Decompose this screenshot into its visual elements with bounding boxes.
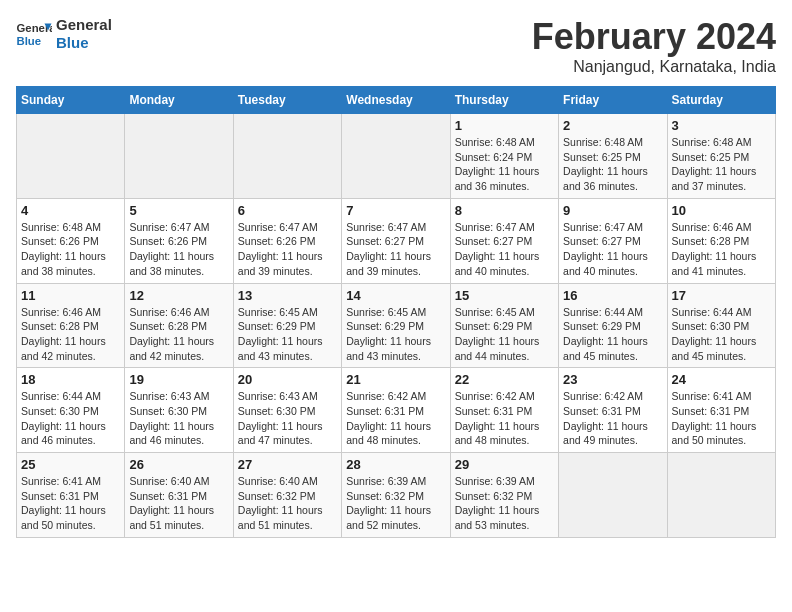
calendar-cell: 17Sunrise: 6:44 AM Sunset: 6:30 PM Dayli… [667, 283, 775, 368]
calendar-cell: 21Sunrise: 6:42 AM Sunset: 6:31 PM Dayli… [342, 368, 450, 453]
calendar-cell: 20Sunrise: 6:43 AM Sunset: 6:30 PM Dayli… [233, 368, 341, 453]
day-info: Sunrise: 6:48 AM Sunset: 6:25 PM Dayligh… [563, 135, 662, 194]
day-number: 24 [672, 372, 771, 387]
month-year-title: February 2024 [532, 16, 776, 58]
day-number: 26 [129, 457, 228, 472]
day-info: Sunrise: 6:46 AM Sunset: 6:28 PM Dayligh… [21, 305, 120, 364]
day-number: 15 [455, 288, 554, 303]
day-info: Sunrise: 6:48 AM Sunset: 6:24 PM Dayligh… [455, 135, 554, 194]
day-number: 23 [563, 372, 662, 387]
calendar-body: 1Sunrise: 6:48 AM Sunset: 6:24 PM Daylig… [17, 114, 776, 538]
day-number: 13 [238, 288, 337, 303]
calendar-cell: 22Sunrise: 6:42 AM Sunset: 6:31 PM Dayli… [450, 368, 558, 453]
calendar-cell: 2Sunrise: 6:48 AM Sunset: 6:25 PM Daylig… [559, 114, 667, 199]
day-number: 10 [672, 203, 771, 218]
day-number: 27 [238, 457, 337, 472]
calendar-cell: 7Sunrise: 6:47 AM Sunset: 6:27 PM Daylig… [342, 198, 450, 283]
day-info: Sunrise: 6:47 AM Sunset: 6:26 PM Dayligh… [238, 220, 337, 279]
day-number: 2 [563, 118, 662, 133]
day-info: Sunrise: 6:47 AM Sunset: 6:27 PM Dayligh… [346, 220, 445, 279]
day-info: Sunrise: 6:41 AM Sunset: 6:31 PM Dayligh… [672, 389, 771, 448]
calendar-header-row: SundayMondayTuesdayWednesdayThursdayFrid… [17, 87, 776, 114]
day-number: 28 [346, 457, 445, 472]
day-number: 11 [21, 288, 120, 303]
calendar-cell [17, 114, 125, 199]
day-number: 4 [21, 203, 120, 218]
calendar-cell: 19Sunrise: 6:43 AM Sunset: 6:30 PM Dayli… [125, 368, 233, 453]
calendar-cell: 29Sunrise: 6:39 AM Sunset: 6:32 PM Dayli… [450, 453, 558, 538]
calendar-cell [342, 114, 450, 199]
calendar-cell: 14Sunrise: 6:45 AM Sunset: 6:29 PM Dayli… [342, 283, 450, 368]
day-info: Sunrise: 6:42 AM Sunset: 6:31 PM Dayligh… [563, 389, 662, 448]
day-number: 6 [238, 203, 337, 218]
calendar-cell: 24Sunrise: 6:41 AM Sunset: 6:31 PM Dayli… [667, 368, 775, 453]
logo-general: General [56, 16, 112, 34]
calendar-week-row: 25Sunrise: 6:41 AM Sunset: 6:31 PM Dayli… [17, 453, 776, 538]
calendar-cell: 3Sunrise: 6:48 AM Sunset: 6:25 PM Daylig… [667, 114, 775, 199]
calendar-week-row: 4Sunrise: 6:48 AM Sunset: 6:26 PM Daylig… [17, 198, 776, 283]
day-info: Sunrise: 6:46 AM Sunset: 6:28 PM Dayligh… [129, 305, 228, 364]
day-number: 5 [129, 203, 228, 218]
calendar-cell [559, 453, 667, 538]
day-number: 20 [238, 372, 337, 387]
day-info: Sunrise: 6:45 AM Sunset: 6:29 PM Dayligh… [238, 305, 337, 364]
day-number: 9 [563, 203, 662, 218]
logo-blue: Blue [56, 34, 112, 52]
calendar-cell: 18Sunrise: 6:44 AM Sunset: 6:30 PM Dayli… [17, 368, 125, 453]
day-info: Sunrise: 6:46 AM Sunset: 6:28 PM Dayligh… [672, 220, 771, 279]
calendar-cell: 26Sunrise: 6:40 AM Sunset: 6:31 PM Dayli… [125, 453, 233, 538]
page-header: General Blue General Blue February 2024 … [16, 16, 776, 76]
day-number: 8 [455, 203, 554, 218]
calendar-cell: 4Sunrise: 6:48 AM Sunset: 6:26 PM Daylig… [17, 198, 125, 283]
day-info: Sunrise: 6:47 AM Sunset: 6:27 PM Dayligh… [455, 220, 554, 279]
calendar-week-row: 1Sunrise: 6:48 AM Sunset: 6:24 PM Daylig… [17, 114, 776, 199]
day-number: 12 [129, 288, 228, 303]
day-number: 1 [455, 118, 554, 133]
calendar-cell: 1Sunrise: 6:48 AM Sunset: 6:24 PM Daylig… [450, 114, 558, 199]
day-number: 3 [672, 118, 771, 133]
day-info: Sunrise: 6:45 AM Sunset: 6:29 PM Dayligh… [455, 305, 554, 364]
day-number: 17 [672, 288, 771, 303]
calendar-cell: 5Sunrise: 6:47 AM Sunset: 6:26 PM Daylig… [125, 198, 233, 283]
day-number: 16 [563, 288, 662, 303]
day-info: Sunrise: 6:43 AM Sunset: 6:30 PM Dayligh… [129, 389, 228, 448]
day-number: 19 [129, 372, 228, 387]
day-number: 21 [346, 372, 445, 387]
day-info: Sunrise: 6:39 AM Sunset: 6:32 PM Dayligh… [455, 474, 554, 533]
weekday-header-friday: Friday [559, 87, 667, 114]
day-info: Sunrise: 6:40 AM Sunset: 6:32 PM Dayligh… [238, 474, 337, 533]
calendar-cell: 10Sunrise: 6:46 AM Sunset: 6:28 PM Dayli… [667, 198, 775, 283]
day-info: Sunrise: 6:41 AM Sunset: 6:31 PM Dayligh… [21, 474, 120, 533]
calendar-cell [125, 114, 233, 199]
day-info: Sunrise: 6:43 AM Sunset: 6:30 PM Dayligh… [238, 389, 337, 448]
calendar-cell: 15Sunrise: 6:45 AM Sunset: 6:29 PM Dayli… [450, 283, 558, 368]
day-number: 25 [21, 457, 120, 472]
weekday-header-tuesday: Tuesday [233, 87, 341, 114]
day-number: 18 [21, 372, 120, 387]
weekday-header-saturday: Saturday [667, 87, 775, 114]
calendar-cell: 23Sunrise: 6:42 AM Sunset: 6:31 PM Dayli… [559, 368, 667, 453]
weekday-header-monday: Monday [125, 87, 233, 114]
weekday-header-thursday: Thursday [450, 87, 558, 114]
day-info: Sunrise: 6:48 AM Sunset: 6:26 PM Dayligh… [21, 220, 120, 279]
calendar-cell: 11Sunrise: 6:46 AM Sunset: 6:28 PM Dayli… [17, 283, 125, 368]
calendar-cell [233, 114, 341, 199]
calendar-week-row: 18Sunrise: 6:44 AM Sunset: 6:30 PM Dayli… [17, 368, 776, 453]
calendar-cell: 9Sunrise: 6:47 AM Sunset: 6:27 PM Daylig… [559, 198, 667, 283]
day-info: Sunrise: 6:45 AM Sunset: 6:29 PM Dayligh… [346, 305, 445, 364]
location-subtitle: Nanjangud, Karnataka, India [532, 58, 776, 76]
calendar-cell: 6Sunrise: 6:47 AM Sunset: 6:26 PM Daylig… [233, 198, 341, 283]
calendar-cell: 28Sunrise: 6:39 AM Sunset: 6:32 PM Dayli… [342, 453, 450, 538]
logo-icon: General Blue [16, 20, 52, 48]
day-number: 14 [346, 288, 445, 303]
day-info: Sunrise: 6:44 AM Sunset: 6:29 PM Dayligh… [563, 305, 662, 364]
calendar-cell [667, 453, 775, 538]
day-info: Sunrise: 6:40 AM Sunset: 6:31 PM Dayligh… [129, 474, 228, 533]
weekday-header-wednesday: Wednesday [342, 87, 450, 114]
calendar-title-area: February 2024 Nanjangud, Karnataka, Indi… [532, 16, 776, 76]
day-info: Sunrise: 6:42 AM Sunset: 6:31 PM Dayligh… [455, 389, 554, 448]
calendar-table: SundayMondayTuesdayWednesdayThursdayFrid… [16, 86, 776, 538]
calendar-cell: 12Sunrise: 6:46 AM Sunset: 6:28 PM Dayli… [125, 283, 233, 368]
day-info: Sunrise: 6:47 AM Sunset: 6:26 PM Dayligh… [129, 220, 228, 279]
logo: General Blue General Blue [16, 16, 112, 52]
